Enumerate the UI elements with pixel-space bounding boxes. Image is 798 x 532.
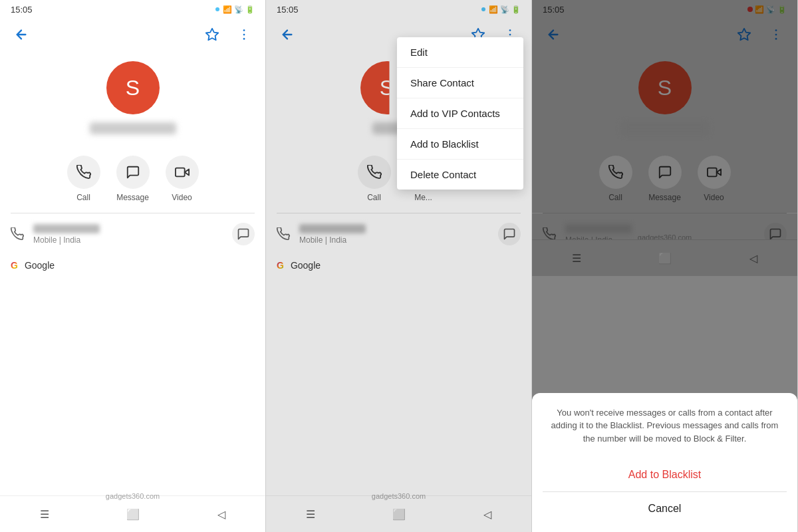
svg-rect-5 xyxy=(175,168,184,177)
phone-info-row-1: Mobile | India xyxy=(0,213,265,255)
svg-point-2 xyxy=(243,34,245,36)
screen-1: 15:05 📶 📡 🔋 xyxy=(0,0,266,532)
svg-marker-0 xyxy=(206,29,218,40)
avatar-1: S xyxy=(106,61,160,114)
menu-item-edit[interactable]: Edit xyxy=(397,37,523,68)
nav-home-1[interactable]: ⬜ xyxy=(123,504,143,524)
call-button-1[interactable]: Call xyxy=(67,156,100,202)
nav-menu-1[interactable]: ☰ xyxy=(35,504,55,524)
google-label-1: Google xyxy=(25,260,55,271)
top-nav-1 xyxy=(0,19,265,51)
action-row-1: Call Message Video xyxy=(0,150,265,213)
message-label-1: Message xyxy=(116,193,149,202)
phone-sub-1: Mobile | India xyxy=(33,235,100,245)
message-button-1[interactable]: Message xyxy=(116,156,150,202)
contact-section-1: S xyxy=(0,51,265,150)
phone-details-1: Mobile | India xyxy=(33,224,100,245)
sms-quick-1[interactable] xyxy=(232,223,255,245)
phone-number-1 xyxy=(33,224,100,233)
more-button-1[interactable] xyxy=(233,24,255,45)
blacklist-description: You won't receive messages or calls from… xyxy=(532,406,797,459)
battery-icon: 🔋 xyxy=(245,5,255,14)
signal-icon: 📶 xyxy=(223,5,232,14)
svg-point-1 xyxy=(243,29,245,31)
time-1: 15:05 xyxy=(11,5,33,15)
video-label-1: Video xyxy=(172,193,192,202)
back-button-1[interactable] xyxy=(11,24,32,45)
google-row-1: G Google xyxy=(0,255,265,276)
screen-3: 15:05 📶 📡 🔋 xyxy=(532,0,798,532)
bottom-sheet: You won't receive messages or calls from… xyxy=(532,393,797,533)
svg-point-3 xyxy=(243,38,245,40)
menu-item-share[interactable]: Share Contact xyxy=(397,68,523,98)
menu-item-delete[interactable]: Delete Contact xyxy=(397,160,523,190)
menu-item-blacklist[interactable]: Add to Blacklist xyxy=(397,129,523,160)
dropdown-menu: Edit Share Contact Add to VIP Contacts A… xyxy=(397,37,523,190)
svg-marker-4 xyxy=(184,169,188,175)
cancel-button[interactable]: Cancel xyxy=(532,492,797,525)
nav-back-1[interactable]: ◁ xyxy=(211,504,231,524)
dot-indicator-1 xyxy=(215,7,219,11)
wifi-icon: 📡 xyxy=(234,5,243,14)
call-label-1: Call xyxy=(76,193,90,202)
menu-item-vip[interactable]: Add to VIP Contacts xyxy=(397,98,523,129)
screen-2: 15:05 📶 📡 🔋 xyxy=(266,0,532,532)
contact-name-1 xyxy=(90,122,176,134)
google-icon-1: G xyxy=(11,260,18,271)
add-to-blacklist-button[interactable]: Add to Blacklist xyxy=(532,458,797,491)
bottom-nav-1: ☰ ⬜ ◁ xyxy=(0,495,265,532)
star-button-1[interactable] xyxy=(201,24,223,45)
status-bar-1: 15:05 📶 📡 🔋 xyxy=(0,0,265,19)
video-button-1[interactable]: Video xyxy=(166,156,199,202)
status-icons-1: 📶 📡 🔋 xyxy=(214,5,255,14)
